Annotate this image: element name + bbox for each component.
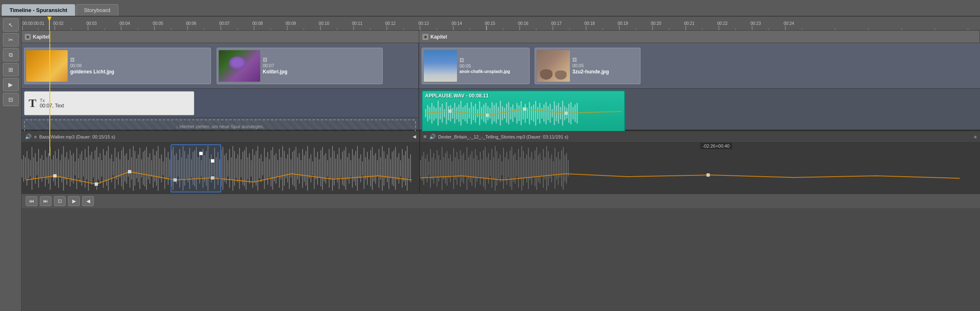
playhead-chapters <box>49 31 50 43</box>
svg-rect-135 <box>541 108 543 119</box>
tab-timeline[interactable]: Timeline - Spuransicht <box>2 4 75 16</box>
svg-text:00:09: 00:09 <box>286 21 296 26</box>
audio2-waveform[interactable] <box>420 143 980 194</box>
svg-rect-434 <box>473 158 474 178</box>
svg-rect-365 <box>365 157 366 180</box>
svg-rect-322 <box>294 150 295 187</box>
svg-rect-193 <box>80 154 81 182</box>
svg-rect-138 <box>547 106 549 120</box>
svg-rect-289 <box>239 148 240 189</box>
transport-skip-start[interactable]: ⏮ <box>26 196 37 206</box>
svg-rect-132 <box>535 101 536 126</box>
clip-dogs[interactable]: 🖼 00:05 3zu2-hunde.jpg <box>535 48 640 84</box>
svg-rect-325 <box>299 153 300 184</box>
svg-rect-356 <box>350 160 351 177</box>
svg-rect-171 <box>43 160 44 177</box>
audio1-label: ≡ <box>34 134 37 139</box>
svg-rect-387 <box>402 149 403 188</box>
svg-rect-372 <box>377 160 378 177</box>
svg-rect-359 <box>355 151 356 186</box>
tab-storyboard[interactable]: Storyboard <box>76 4 118 16</box>
svg-rect-419 <box>448 158 449 178</box>
svg-rect-241 <box>159 158 160 178</box>
multitrack-tool-button[interactable]: ⊟ <box>3 93 19 106</box>
svg-rect-313 <box>279 149 280 188</box>
cursor-tool-button[interactable]: ↖ <box>3 18 19 32</box>
svg-rect-279 <box>222 147 223 190</box>
svg-rect-415 <box>442 147 442 190</box>
clip-kolibri-duration: 00:07 <box>263 63 287 68</box>
audio1-title: Bass Walker.mp3 (Dauer: 00:15/15 s) <box>39 134 115 139</box>
svg-rect-198 <box>88 146 89 191</box>
svg-rect-166 <box>35 153 36 184</box>
svg-rect-83 <box>433 106 435 121</box>
svg-rect-127 <box>525 104 526 123</box>
svg-rect-425 <box>458 159 459 177</box>
transport-back-frame[interactable]: ⏭ <box>40 196 51 206</box>
svg-rect-442 <box>486 157 487 180</box>
ripple-tool-button[interactable]: ▶ <box>3 78 19 91</box>
transport-toggle-view[interactable]: ⊡ <box>54 196 66 206</box>
svg-rect-201 <box>93 159 94 177</box>
align-tool-button[interactable]: ⊞ <box>3 63 19 76</box>
clip-image-icon3: 🖼 <box>459 58 510 63</box>
clip-kolibri[interactable]: 🖼 00:07 Kolibri.jpg <box>217 48 383 84</box>
svg-rect-131 <box>533 104 534 122</box>
svg-rect-238 <box>154 155 155 182</box>
svg-rect-237 <box>153 149 154 188</box>
svg-rect-337 <box>319 159 320 177</box>
clip-anoir[interactable]: 🖼 00:05 anoir-chafik-unsplash.jpg <box>422 48 530 84</box>
svg-rect-369 <box>372 147 373 190</box>
transport-play[interactable]: ▶ <box>68 196 80 206</box>
svg-rect-422 <box>453 148 454 189</box>
audio2-icon2: 🔊 <box>429 134 436 140</box>
svg-rect-140 <box>552 109 553 117</box>
svg-rect-295 <box>249 153 250 184</box>
svg-rect-476 <box>543 149 544 188</box>
copy-tool-button[interactable]: ⧉ <box>3 48 19 61</box>
svg-rect-185 <box>66 152 67 185</box>
svg-rect-373 <box>379 149 379 188</box>
svg-rect-218 <box>121 150 122 187</box>
svg-rect-158 <box>22 159 22 177</box>
clip-kolibri-info: 🖼 00:07 Kolibri.jpg <box>263 57 287 75</box>
svg-rect-347 <box>335 158 336 178</box>
transport-left[interactable]: ◀ <box>82 196 94 206</box>
svg-rect-411 <box>435 159 436 177</box>
svg-text:00:23: 00:23 <box>750 21 761 26</box>
clip-anoir-duration: 00:05 <box>459 63 510 68</box>
svg-rect-437 <box>478 160 479 177</box>
svg-rect-394 <box>95 182 98 186</box>
audio1-waveform[interactable] <box>22 143 419 194</box>
svg-rect-284 <box>231 157 232 180</box>
svg-rect-112 <box>494 105 495 121</box>
clip-dogs-info: 🖼 00:05 3zu2-hunde.jpg <box>572 57 609 75</box>
svg-rect-468 <box>530 157 530 180</box>
audio-clip-teal[interactable]: APPLAUSE.WAV - 00:08.11 // Generate wave… <box>422 90 625 135</box>
clip-golden-licht[interactable]: 🖼 00:08 goldenes Licht.jpg <box>24 48 211 84</box>
svg-rect-306 <box>267 152 268 185</box>
svg-rect-416 <box>443 157 444 180</box>
svg-rect-384 <box>397 157 398 180</box>
tools-panel: ↖ ✂ ⧉ ⊞ ▶ ⊟ <box>0 17 22 311</box>
cut-tool-button[interactable]: ✂ <box>3 33 19 46</box>
svg-rect-490 <box>566 153 567 184</box>
clip-anoir-info: 🖼 00:05 anoir-chafik-unsplash.jpg <box>459 58 510 74</box>
svg-rect-417 <box>445 153 446 184</box>
audio2-expand[interactable]: ≡ <box>974 134 977 139</box>
svg-rect-87 <box>442 104 443 123</box>
svg-rect-176 <box>51 159 52 177</box>
svg-rect-206 <box>101 160 102 177</box>
svg-rect-219 <box>123 147 124 190</box>
tab-bar: Timeline - Spuransicht Storyboard <box>0 0 980 17</box>
audio1-expand[interactable]: ◀ <box>413 134 416 139</box>
svg-rect-309 <box>272 147 273 190</box>
svg-rect-111 <box>491 102 493 124</box>
time-ruler[interactable]: 00:00:00:01 00:02 00:03 00:04 00:05 00:0… <box>22 17 980 31</box>
clip-golden-name: goldenes Licht.jpg <box>70 69 114 75</box>
audio-section1: 🔊 ≡ Bass Walker.mp3 (Dauer: 00:15/15 s) … <box>22 131 420 193</box>
svg-rect-466 <box>526 154 527 182</box>
clip-dogs-name: 3zu2-hunde.jpg <box>572 69 609 75</box>
svg-text:00:04: 00:04 <box>120 21 130 26</box>
thumb-anoir <box>424 50 457 82</box>
